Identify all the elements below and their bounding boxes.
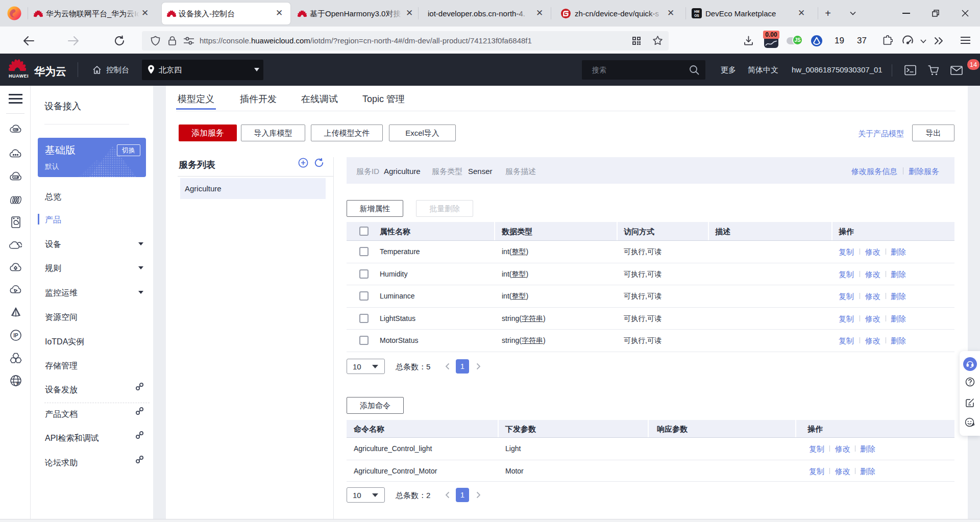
svg-text:IP: IP: [13, 333, 18, 338]
svg-text:OS: OS: [694, 14, 699, 17]
svg-text:W: W: [16, 381, 20, 385]
svg-text:HM: HM: [694, 10, 699, 13]
